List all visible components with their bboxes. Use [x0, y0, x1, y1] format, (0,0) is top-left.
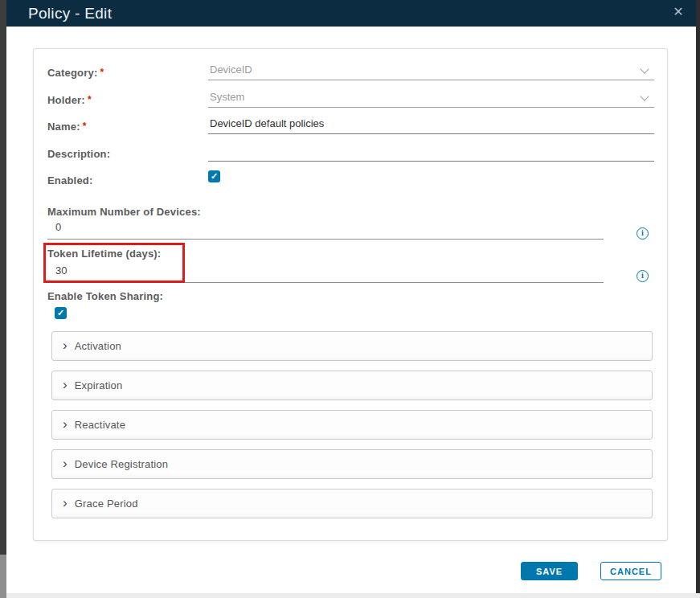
info-icon[interactable]: i: [637, 270, 649, 282]
accordion-label: Reactivate: [75, 419, 125, 431]
accordion-label: Device Registration: [75, 458, 169, 470]
holder-label: Holder:*: [47, 94, 92, 106]
chevron-right-icon: ›: [63, 338, 68, 352]
screen: Policy - Edit ✕ Category:* DeviceID Hold…: [0, 0, 700, 598]
token-lifetime-label: Token Lifetime (days):: [47, 248, 161, 260]
holder-value: System: [210, 91, 244, 103]
check-icon: ✓: [57, 308, 64, 317]
name-input[interactable]: DeviceID default policies: [208, 116, 654, 134]
page-backdrop-left-bottom: [0, 555, 6, 598]
chevron-down-icon: [640, 64, 649, 73]
accordion-label: Grace Period: [75, 498, 138, 510]
category-select[interactable]: DeviceID: [208, 62, 654, 80]
name-value: DeviceID default policies: [210, 117, 324, 129]
chevron-right-icon: ›: [63, 378, 68, 391]
category-label: Category:*: [47, 67, 104, 79]
policy-form-card: Category:* DeviceID Holder:* System Name…: [33, 48, 668, 541]
cancel-button[interactable]: CANCEL: [600, 562, 661, 580]
accordion-grace-period[interactable]: › Grace Period: [51, 489, 653, 518]
accordion-label: Expiration: [75, 379, 123, 391]
required-asterisk: *: [100, 67, 104, 78]
check-icon: ✓: [211, 171, 218, 181]
enabled-label: Enabled:: [47, 174, 93, 186]
page-backdrop-bottom: [6, 593, 700, 598]
accordion-device-registration[interactable]: › Device Registration: [51, 449, 653, 479]
page-backdrop-left: [0, 0, 6, 555]
token-lifetime-input[interactable]: [47, 263, 604, 283]
accordion-expiration[interactable]: › Expiration: [51, 371, 653, 400]
page-backdrop-right: [696, 0, 700, 598]
max-devices-input[interactable]: [47, 219, 604, 240]
enabled-checkbox[interactable]: ✓: [208, 170, 220, 182]
required-asterisk: *: [83, 121, 87, 132]
close-icon[interactable]: ✕: [669, 3, 687, 21]
description-input[interactable]: [208, 143, 654, 162]
policy-edit-modal: Policy - Edit ✕ Category:* DeviceID Hold…: [6, 0, 696, 593]
max-devices-label: Maximum Number of Devices:: [47, 206, 201, 218]
required-asterisk: *: [88, 94, 92, 105]
name-label: Name:*: [47, 121, 87, 133]
accordion-reactivate[interactable]: › Reactivate: [51, 410, 653, 440]
accordion-label: Activation: [75, 340, 121, 352]
chevron-down-icon: [640, 92, 649, 100]
chevron-right-icon: ›: [63, 457, 68, 470]
token-sharing-checkbox[interactable]: ✓: [55, 307, 67, 319]
chevron-right-icon: ›: [63, 417, 68, 431]
accordion-activation[interactable]: › Activation: [51, 331, 653, 361]
chevron-right-icon: ›: [63, 496, 68, 510]
info-icon[interactable]: i: [637, 227, 649, 240]
description-label: Description:: [47, 148, 110, 160]
save-button[interactable]: SAVE: [521, 562, 578, 580]
holder-select[interactable]: System: [208, 89, 654, 108]
token-sharing-label: Enable Token Sharing:: [47, 290, 163, 302]
modal-header: Policy - Edit ✕: [6, 0, 696, 27]
category-value: DeviceID: [210, 63, 252, 76]
modal-title: Policy - Edit: [28, 5, 112, 23]
